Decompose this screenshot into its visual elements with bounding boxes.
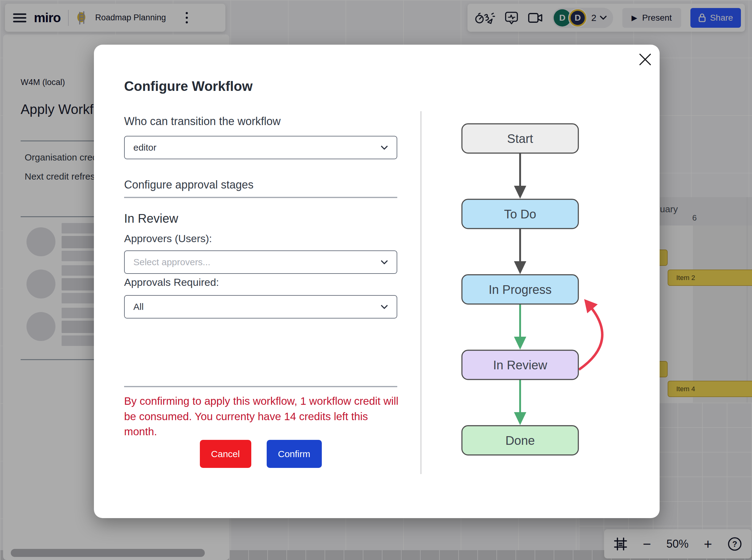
miro-app-window: uary 6 Item 2 Item 4 W4M (local) Apply W…: [0, 0, 752, 560]
svg-text:Done: Done: [505, 434, 535, 447]
svg-text:In Review: In Review: [493, 358, 547, 372]
approvals-required-label: Approvals Required:: [124, 276, 219, 288]
svg-text:To Do: To Do: [504, 207, 536, 221]
arrow-start-todo: [514, 153, 526, 199]
section-divider: [124, 197, 397, 198]
stages-heading: Configure approval stages: [124, 178, 253, 191]
svg-text:In Progress: In Progress: [489, 283, 552, 296]
workflow-node-inprogress: In Progress: [462, 275, 578, 304]
workflow-node-todo: To Do: [462, 199, 578, 228]
section-divider: [124, 386, 397, 387]
cancel-button[interactable]: Cancel: [200, 440, 251, 468]
approvers-label: Approvers (Users):: [124, 233, 212, 245]
credit-warning-text: By confirming to apply this workflow, 1 …: [124, 393, 403, 439]
approvals-required-value: All: [133, 302, 143, 312]
stage-name-heading: In Review: [124, 212, 178, 225]
chevron-down-icon: [381, 305, 388, 309]
workflow-node-done: Done: [462, 426, 578, 455]
arrow-inreview-reject: [579, 299, 602, 369]
workflow-node-inreview: In Review: [462, 350, 578, 380]
dialog-buttons: Cancel Confirm: [124, 440, 397, 468]
approvals-required-select[interactable]: All: [124, 295, 397, 319]
chevron-down-icon: [381, 145, 388, 150]
approvers-placeholder: Select approvers...: [133, 257, 210, 267]
arrow-inreview-done: [514, 380, 526, 425]
transition-select[interactable]: editor: [124, 136, 397, 159]
workflow-diagram: Start To Do In Progress In Review Done: [421, 45, 659, 518]
chevron-down-icon: [381, 260, 388, 265]
transition-label: Who can transition the workflow: [124, 115, 281, 128]
configure-workflow-dialog: Configure Workflow Who can transition th…: [94, 45, 659, 518]
confirm-button[interactable]: Confirm: [267, 440, 322, 468]
svg-text:Start: Start: [507, 132, 533, 145]
dialog-title: Configure Workflow: [124, 79, 252, 94]
arrow-inprogress-inreview: [514, 304, 526, 349]
approvers-select[interactable]: Select approvers...: [124, 251, 397, 274]
workflow-node-start: Start: [462, 124, 578, 153]
arrow-todo-inprogress: [514, 228, 526, 274]
transition-value: editor: [133, 142, 157, 153]
